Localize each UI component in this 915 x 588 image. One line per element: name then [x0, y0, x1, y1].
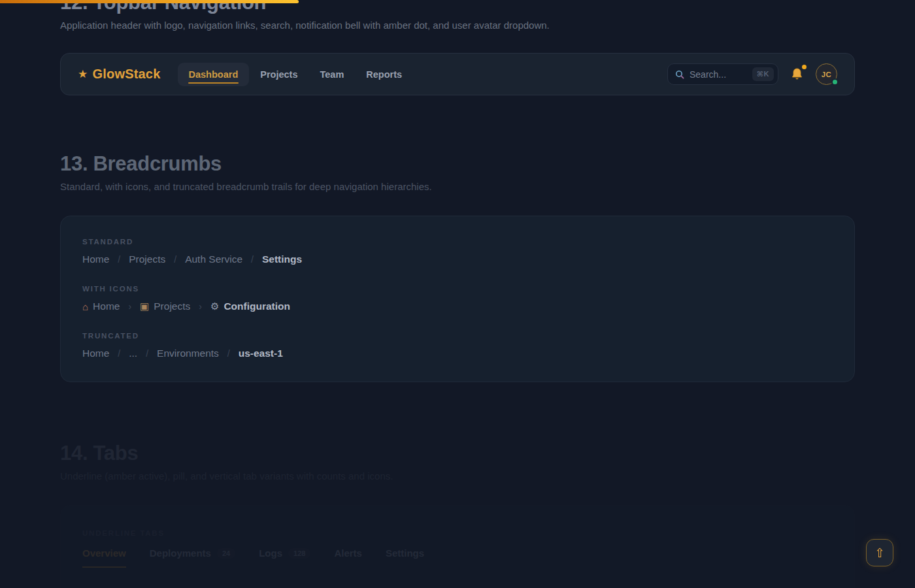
tab-settings[interactable]: Settings [386, 547, 424, 568]
tab-label: Logs [259, 547, 282, 559]
section-description-14: Underline (amber active), pill, and vert… [60, 470, 855, 482]
notification-bell-button[interactable] [790, 67, 804, 82]
section-breadcrumbs: 13. Breadcrumbs Standard, with icons, an… [60, 152, 855, 382]
tab-deployments[interactable]: Deployments 24 [150, 547, 235, 568]
nav-link-dashboard[interactable]: Dashboard [178, 63, 250, 86]
scroll-progress-bar [0, 0, 299, 3]
scroll-to-top-button[interactable]: ⇧ [866, 539, 893, 566]
breadcrumbs-card: STANDARD Home / Projects / Auth Service … [60, 216, 855, 382]
section-heading-14: 14. Tabs [60, 441, 855, 466]
nav-link-projects[interactable]: Projects [249, 63, 308, 86]
breadcrumb-separator: / [174, 254, 176, 265]
underline-tabs: Overview Deployments 24 Logs 128 Alerts … [82, 547, 833, 568]
keyboard-shortcut-badge: ⌘K [752, 67, 774, 81]
tab-label: Deployments [150, 547, 211, 559]
tab-label: Alerts [334, 547, 362, 559]
search-icon [675, 70, 684, 79]
bell-icon [790, 67, 804, 82]
breadcrumb-variant-label-standard: STANDARD [82, 238, 833, 246]
breadcrumb-separator: / [118, 254, 120, 265]
unread-notification-dot [802, 65, 807, 69]
breadcrumb-separator: › [199, 301, 202, 312]
breadcrumb-separator: / [146, 348, 148, 359]
tab-label: Settings [386, 547, 424, 559]
breadcrumb-link[interactable]: Home [82, 348, 109, 359]
tab-alerts[interactable]: Alerts [334, 547, 362, 568]
section-topbar-navigation: 12. Topbar Navigation Application header… [60, 0, 855, 95]
breadcrumb-separator: / [251, 254, 254, 265]
nav-link-reports[interactable]: Reports [355, 63, 413, 86]
tab-logs[interactable]: Logs 128 [259, 547, 310, 568]
tab-count-badge: 128 [288, 548, 310, 559]
nav-link-team[interactable]: Team [309, 63, 356, 86]
star-icon: ★ [78, 67, 88, 81]
section-description-12: Application header with logo, navigation… [60, 20, 855, 31]
tab-overview[interactable]: Overview [82, 547, 126, 568]
avatar-initials: JC [822, 71, 831, 78]
tabs-variant-label: UNDERLINE TABS [82, 529, 833, 537]
topbar-nav: Dashboard Projects Team Reports [178, 63, 414, 86]
breadcrumb-link[interactable]: Home [82, 253, 109, 265]
breadcrumb-separator: / [227, 348, 230, 359]
user-avatar[interactable]: JC [816, 63, 837, 85]
tabs-card: UNDERLINE TABS Overview Deployments 24 L… [60, 505, 855, 588]
breadcrumb-link[interactable]: Projects [129, 253, 165, 265]
breadcrumb-standard: Home / Projects / Auth Service / Setting… [82, 253, 833, 265]
breadcrumb-current-label: Configuration [224, 301, 290, 312]
topbar-demo: ★ GlowStack Dashboard Projects Team Repo… [60, 53, 855, 95]
breadcrumb-current: ⚙ Configuration [210, 301, 290, 312]
breadcrumb-link-label: Home [93, 301, 120, 312]
package-icon: ▣ [140, 301, 149, 312]
topbar-right-group: Search... ⌘K JC [667, 63, 837, 85]
app-logo[interactable]: ★ GlowStack [78, 67, 161, 82]
tab-label: Overview [82, 547, 126, 559]
breadcrumb-current: us-east-1 [239, 348, 283, 359]
search-placeholder: Search... [690, 69, 747, 80]
tab-count-badge: 24 [217, 548, 235, 559]
breadcrumb-link-label: Projects [154, 301, 190, 312]
breadcrumb-truncated: Home / ... / Environments / us-east-1 [82, 348, 833, 359]
section-description-13: Standard, with icons, and truncated brea… [60, 181, 855, 192]
search-input[interactable]: Search... ⌘K [667, 63, 778, 85]
breadcrumb-variant-label-truncated: TRUNCATED [82, 332, 833, 340]
breadcrumb-link[interactable]: ⌂ Home [82, 301, 120, 312]
home-icon: ⌂ [82, 301, 88, 312]
breadcrumb-link[interactable]: Auth Service [185, 253, 242, 265]
breadcrumb-separator: › [128, 301, 131, 312]
breadcrumb-link[interactable]: ▣ Projects [140, 301, 190, 312]
breadcrumb-separator: / [118, 348, 120, 359]
logo-text: GlowStack [92, 67, 160, 82]
breadcrumb-ellipsis[interactable]: ... [129, 348, 137, 359]
section-heading-13: 13. Breadcrumbs [60, 152, 855, 176]
breadcrumb-with-icons: ⌂ Home › ▣ Projects › ⚙ Configuration [82, 301, 833, 312]
breadcrumb-current: Settings [262, 253, 302, 265]
breadcrumb-variant-label-with-icons: WITH ICONS [82, 285, 833, 293]
online-status-dot [831, 78, 839, 86]
gear-icon: ⚙ [210, 301, 219, 312]
up-arrow-icon: ⇧ [874, 546, 885, 561]
section-tabs: 14. Tabs Underline (amber active), pill,… [60, 441, 855, 588]
breadcrumb-link[interactable]: Environments [157, 348, 219, 359]
